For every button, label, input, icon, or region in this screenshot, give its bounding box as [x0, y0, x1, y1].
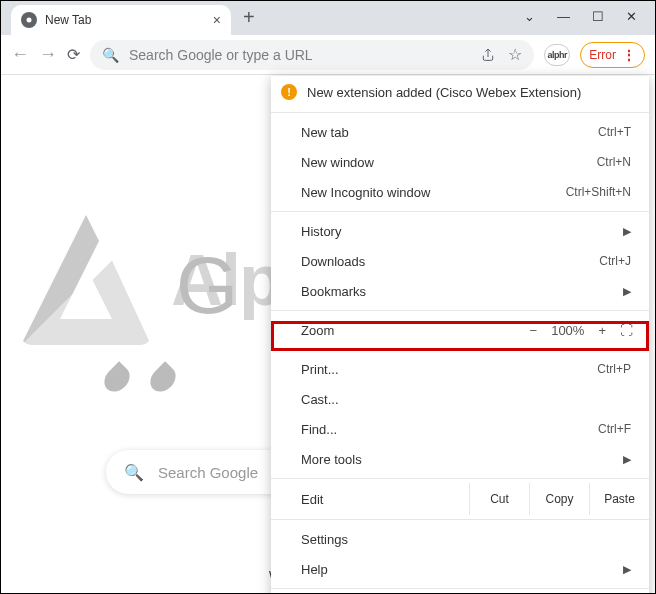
menu-label: New tab: [301, 125, 349, 140]
drop-icon: [145, 361, 180, 396]
maximize-icon[interactable]: ☐: [592, 9, 604, 24]
menu-shortcut: Ctrl+J: [599, 254, 631, 268]
menu-bookmarks[interactable]: Bookmarks ▶: [271, 276, 649, 306]
search-icon: 🔍: [124, 463, 144, 482]
drop-icon: [99, 361, 134, 396]
menu-label: New window: [301, 155, 374, 170]
share-icon[interactable]: [480, 47, 496, 63]
menu-label: Bookmarks: [301, 284, 366, 299]
menu-shortcut: Ctrl+N: [597, 155, 631, 169]
menu-label: Cast...: [301, 392, 339, 407]
error-label: Error: [589, 48, 616, 62]
menu-label: More tools: [301, 452, 362, 467]
caret-down-icon[interactable]: ⌄: [524, 9, 535, 24]
chrome-main-menu: ! New extension added (Cisco Webex Exten…: [271, 76, 649, 594]
menu-new-tab[interactable]: New tab Ctrl+T: [271, 117, 649, 147]
extension-error-button[interactable]: Error ⋮: [580, 42, 645, 68]
menu-print[interactable]: Print... Ctrl+P: [271, 354, 649, 384]
menu-label: History: [301, 224, 341, 239]
ntp-search-placeholder: Search Google: [158, 464, 258, 481]
chevron-right-icon: ▶: [623, 453, 631, 466]
forward-button[interactable]: →: [39, 44, 57, 65]
menu-cast[interactable]: Cast...: [271, 384, 649, 414]
menu-label: Help: [301, 562, 328, 577]
zoom-value: 100%: [551, 323, 584, 338]
menu-label: Print...: [301, 362, 339, 377]
zoom-in-button[interactable]: +: [598, 323, 606, 338]
title-bar: New Tab × + ⌄ — ☐ ✕: [1, 1, 655, 35]
edit-paste-button[interactable]: Paste: [589, 483, 649, 515]
omnibox-placeholder: Search Google or type a URL: [129, 47, 462, 63]
menu-shortcut: Ctrl+P: [597, 362, 631, 376]
menu-shortcut: Ctrl+F: [598, 422, 631, 436]
menu-zoom: Zoom − 100% + ⛶: [271, 315, 649, 345]
new-tab-button[interactable]: +: [243, 6, 255, 29]
edit-cut-button[interactable]: Cut: [469, 483, 529, 515]
menu-shortcut: Ctrl+Shift+N: [566, 185, 631, 199]
notification-text: New extension added (Cisco Webex Extensi…: [307, 85, 581, 100]
minimize-icon[interactable]: —: [557, 9, 570, 24]
close-window-icon[interactable]: ✕: [626, 9, 637, 24]
back-button[interactable]: ←: [11, 44, 29, 65]
menu-separator: [271, 519, 649, 520]
menu-more-tools[interactable]: More tools ▶: [271, 444, 649, 474]
profile-badge[interactable]: alphr: [544, 44, 570, 66]
address-bar[interactable]: 🔍 Search Google or type a URL ☆: [90, 40, 534, 70]
menu-label: Edit: [271, 492, 469, 507]
menu-notification[interactable]: ! New extension added (Cisco Webex Exten…: [271, 76, 649, 108]
svg-point-0: [27, 18, 32, 23]
chevron-right-icon: ▶: [623, 563, 631, 576]
zoom-out-button[interactable]: −: [530, 323, 538, 338]
chevron-right-icon: ▶: [623, 225, 631, 238]
tab-title: New Tab: [45, 13, 213, 27]
window-controls: ⌄ — ☐ ✕: [506, 1, 655, 32]
browser-toolbar: ← → ⟳ 🔍 Search Google or type a URL ☆ al…: [1, 35, 655, 75]
edit-copy-button[interactable]: Copy: [529, 483, 589, 515]
close-tab-icon[interactable]: ×: [213, 12, 221, 28]
menu-shortcut: Ctrl+T: [598, 125, 631, 139]
menu-new-incognito[interactable]: New Incognito window Ctrl+Shift+N: [271, 177, 649, 207]
menu-label: Zoom: [301, 323, 334, 338]
menu-separator: [271, 112, 649, 113]
bookmark-star-icon[interactable]: ☆: [508, 45, 522, 64]
menu-dots-icon[interactable]: ⋮: [622, 47, 636, 63]
decorative-drops: [106, 365, 174, 393]
google-logo: G: [176, 240, 238, 332]
menu-label: Settings: [301, 532, 348, 547]
reload-button[interactable]: ⟳: [67, 45, 80, 64]
menu-separator: [271, 588, 649, 589]
menu-separator: [271, 310, 649, 311]
menu-label: Find...: [301, 422, 337, 437]
chevron-right-icon: ▶: [623, 285, 631, 298]
menu-help[interactable]: Help ▶: [271, 554, 649, 584]
menu-label: New Incognito window: [301, 185, 430, 200]
search-icon: 🔍: [102, 47, 119, 63]
menu-separator: [271, 211, 649, 212]
warning-icon: !: [281, 84, 297, 100]
chrome-favicon-icon: [21, 12, 37, 28]
menu-settings[interactable]: Settings: [271, 524, 649, 554]
menu-separator: [271, 478, 649, 479]
menu-edit: Edit Cut Copy Paste: [271, 483, 649, 515]
menu-separator: [271, 349, 649, 350]
menu-new-window[interactable]: New window Ctrl+N: [271, 147, 649, 177]
fullscreen-icon[interactable]: ⛶: [620, 323, 631, 338]
alphr-logo-icon: [21, 215, 151, 345]
menu-find[interactable]: Find... Ctrl+F: [271, 414, 649, 444]
menu-downloads[interactable]: Downloads Ctrl+J: [271, 246, 649, 276]
menu-history[interactable]: History ▶: [271, 216, 649, 246]
browser-tab[interactable]: New Tab ×: [11, 5, 231, 35]
menu-label: Downloads: [301, 254, 365, 269]
